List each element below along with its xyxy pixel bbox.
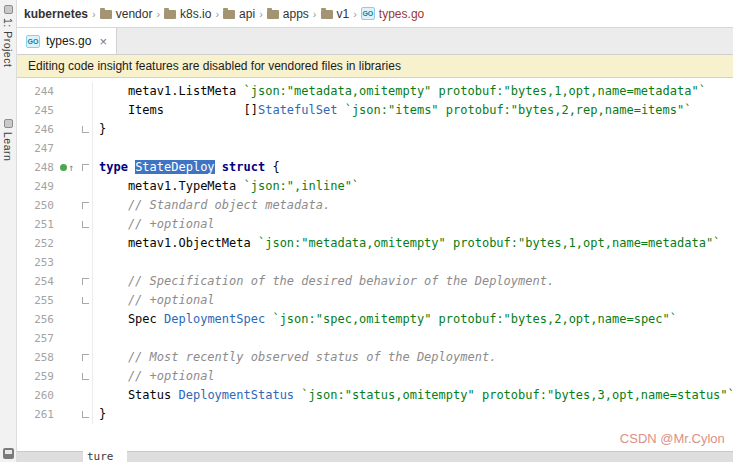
code-text[interactable] (92, 253, 99, 272)
code-line-246[interactable]: 246} (17, 120, 733, 139)
tab-close-icon[interactable]: × (99, 35, 107, 48)
line-number[interactable]: 248 (17, 158, 60, 177)
line-number[interactable]: 244 (17, 82, 60, 101)
code-token: DeploymentSpec (164, 312, 265, 326)
implemented-marker-icon[interactable] (60, 164, 67, 171)
line-number[interactable]: 251 (17, 215, 60, 234)
code-text[interactable]: // +optional (92, 291, 215, 310)
gutter-icon-area (60, 386, 78, 405)
code-line-250[interactable]: 250 // Standard object metadata. (17, 196, 733, 215)
code-text[interactable]: // +optional (92, 215, 215, 234)
line-number[interactable]: 245 (17, 101, 60, 120)
code-token: Items [] (99, 103, 258, 117)
code-text[interactable] (92, 139, 99, 158)
breadcrumb-label: types.go (379, 7, 424, 21)
code-line-253[interactable]: 253 (17, 253, 733, 272)
code-text[interactable]: // +optional (92, 367, 215, 386)
fold-marker-icon[interactable] (82, 202, 89, 209)
line-number[interactable]: 246 (17, 120, 60, 139)
code-line-244[interactable]: 244 metav1.ListMeta `json:"metadata,omit… (17, 82, 733, 101)
line-number[interactable]: 247 (17, 139, 60, 158)
code-text[interactable]: metav1.TypeMeta `json:",inline"` (92, 177, 359, 196)
code-line-260[interactable]: 260 Status DeploymentStatus `json:"statu… (17, 386, 733, 405)
selected-identifier: StateDeploy (135, 160, 214, 174)
gutter-icon-area (60, 253, 78, 272)
code-line-249[interactable]: 249 metav1.TypeMeta `json:",inline"` (17, 177, 733, 196)
code-token: } (99, 407, 106, 421)
code-line-248[interactable]: 248↑type StateDeploy struct { (17, 158, 733, 177)
code-text[interactable]: Items []StatefulSet `json:"items" protob… (92, 101, 691, 120)
fold-column (78, 405, 92, 424)
code-text[interactable]: // Standard object metadata. (92, 196, 330, 215)
code-text[interactable]: metav1.ObjectMeta `json:"metadata,omitem… (92, 234, 720, 253)
line-number[interactable]: 254 (17, 272, 60, 291)
line-number[interactable]: 249 (17, 177, 60, 196)
code-line-251[interactable]: 251 // +optional (17, 215, 733, 234)
code-text[interactable]: // Specification of the desired behavior… (92, 272, 554, 291)
fold-marker-icon[interactable] (82, 411, 89, 418)
code-line-258[interactable]: 258 // Most recently observed status of … (17, 348, 733, 367)
fold-marker-icon[interactable] (82, 164, 89, 171)
code-line-256[interactable]: 256 Spec DeploymentSpec `json:"spec,omit… (17, 310, 733, 329)
fold-marker-icon[interactable] (82, 278, 89, 285)
line-number[interactable]: 257 (17, 329, 60, 348)
fold-marker-icon[interactable] (82, 221, 89, 228)
code-line-255[interactable]: 255 // +optional (17, 291, 733, 310)
fold-column (78, 310, 92, 329)
line-number[interactable]: 253 (17, 253, 60, 272)
main-area: kubernetes›vendor›k8s.io›api›apps›v1›GOt… (17, 0, 733, 462)
breadcrumb-item-api[interactable]: api (220, 5, 258, 23)
gutter-icon-area (60, 120, 78, 139)
code-editor[interactable]: 244 metav1.ListMeta `json:"metadata,omit… (17, 78, 733, 462)
breadcrumb-item-kubernetes[interactable]: kubernetes (21, 5, 91, 23)
up-arrow-icon[interactable]: ↑ (68, 162, 74, 173)
fold-marker-icon[interactable] (82, 373, 89, 380)
bottom-scroll-area[interactable]: ture (17, 451, 733, 462)
code-line-252[interactable]: 252 metav1.ObjectMeta `json:"metadata,om… (17, 234, 733, 253)
code-token: // Specification of the desired behavior… (99, 274, 554, 288)
fold-marker-icon[interactable] (82, 297, 89, 304)
breadcrumb-item-vendor[interactable]: vendor (97, 5, 156, 23)
breadcrumb-item-apps[interactable]: apps (264, 5, 312, 23)
tab-types-go[interactable]: GO types.go × (17, 28, 117, 54)
code-token: `json:"metadata,omitempty" protobuf:"byt… (244, 84, 706, 98)
tool-window-switcher-icon[interactable] (3, 448, 14, 459)
gutter-icon-area (60, 329, 78, 348)
line-number[interactable]: 256 (17, 310, 60, 329)
code-token: metav1.ObjectMeta (99, 236, 258, 250)
code-text[interactable]: } (92, 405, 106, 424)
line-number[interactable]: 258 (17, 348, 60, 367)
code-line-259[interactable]: 259 // +optional (17, 367, 733, 386)
code-token: `json:",inline"` (244, 179, 360, 193)
fold-marker-icon[interactable] (82, 126, 89, 133)
code-text[interactable]: Spec DeploymentSpec `json:"spec,omitempt… (92, 310, 677, 329)
code-text[interactable] (92, 329, 99, 348)
fold-column (78, 101, 92, 120)
breadcrumb-item-v1[interactable]: v1 (318, 5, 353, 23)
gutter-icon-area (60, 196, 78, 215)
code-token: // +optional (99, 369, 215, 383)
code-line-245[interactable]: 245 Items []StatefulSet `json:"items" pr… (17, 101, 733, 120)
line-number[interactable]: 259 (17, 367, 60, 386)
code-line-254[interactable]: 254 // Specification of the desired beha… (17, 272, 733, 291)
code-text[interactable]: type StateDeploy struct { (92, 158, 280, 177)
code-text[interactable]: Status DeploymentStatus `json:"status,om… (92, 386, 733, 405)
tool-window-project-button[interactable]: 1: Project (0, 0, 16, 72)
code-text[interactable]: // Most recently observed status of the … (92, 348, 496, 367)
line-number[interactable]: 261 (17, 405, 60, 424)
folder-icon (100, 10, 112, 19)
line-number[interactable]: 255 (17, 291, 60, 310)
line-number[interactable]: 250 (17, 196, 60, 215)
breadcrumb-item-types-go[interactable]: GOtypes.go (358, 5, 427, 23)
code-line-247[interactable]: 247 (17, 139, 733, 158)
code-line-257[interactable]: 257 (17, 329, 733, 348)
code-line-261[interactable]: 261} (17, 405, 733, 424)
line-number[interactable]: 252 (17, 234, 60, 253)
line-number[interactable]: 260 (17, 386, 60, 405)
fold-column (78, 329, 92, 348)
code-text[interactable]: } (92, 120, 106, 139)
breadcrumb-item-k8s-io[interactable]: k8s.io (161, 5, 214, 23)
tool-window-learn-button[interactable]: Learn (0, 114, 16, 166)
code-text[interactable]: metav1.ListMeta `json:"metadata,omitempt… (92, 82, 706, 101)
fold-marker-icon[interactable] (82, 354, 89, 361)
